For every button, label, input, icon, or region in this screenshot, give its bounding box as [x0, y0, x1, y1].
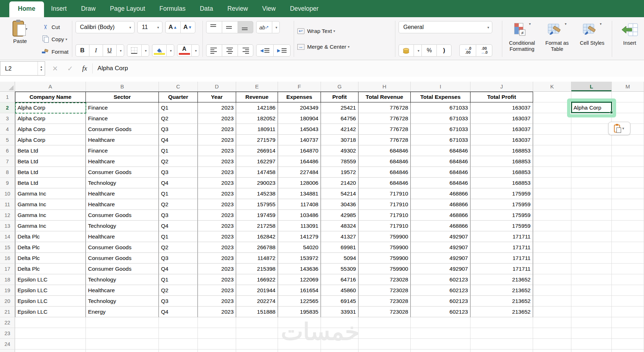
- cell-C17[interactable]: Q4: [159, 264, 198, 274]
- cell-J5[interactable]: 163037: [470, 135, 533, 145]
- cell-G9[interactable]: 21420: [321, 178, 358, 188]
- tab-page-layout[interactable]: Page Layout: [103, 1, 152, 17]
- cell-C11[interactable]: Q2: [159, 199, 198, 210]
- tab-developer[interactable]: Developer: [283, 1, 326, 17]
- conditional-formatting-button[interactable]: ≠▾ Conditional Formatting: [506, 20, 538, 58]
- cell-H4[interactable]: 776728: [358, 124, 411, 135]
- column-header-K[interactable]: K: [533, 82, 571, 92]
- cell-C15[interactable]: Q2: [159, 242, 198, 253]
- cell-D1[interactable]: Year: [198, 92, 236, 102]
- cell-E11[interactable]: 157955: [236, 199, 278, 210]
- tab-data[interactable]: Data: [192, 1, 220, 17]
- cell-F11[interactable]: 117408: [278, 199, 321, 210]
- cell-J8[interactable]: 168853: [470, 167, 533, 178]
- row-header-25[interactable]: 25: [0, 349, 15, 352]
- row-header-1[interactable]: 1: [0, 92, 15, 102]
- cell-J9[interactable]: 168853: [470, 178, 533, 188]
- cell-M1[interactable]: [612, 92, 644, 102]
- cell-styles-button[interactable]: ▾ Cell Styles: [576, 20, 609, 58]
- underline-dropdown-button[interactable]: ▾: [116, 44, 124, 57]
- cell-D15[interactable]: 2023: [198, 242, 236, 253]
- cell-F1[interactable]: Expenses: [278, 92, 321, 102]
- cell-D23[interactable]: [198, 328, 236, 339]
- cell-A5[interactable]: Alpha Corp: [15, 135, 86, 145]
- increase-indent-button[interactable]: ▶: [273, 44, 291, 57]
- cell-F19[interactable]: 161654: [278, 285, 321, 296]
- cell-H21[interactable]: 723028: [358, 307, 411, 317]
- cell-D13[interactable]: 2023: [198, 221, 236, 231]
- cell-G1[interactable]: Profit: [321, 92, 358, 102]
- cell-C19[interactable]: Q2: [159, 285, 198, 296]
- cell-K6[interactable]: [533, 145, 571, 156]
- cell-L16[interactable]: [571, 253, 612, 264]
- accounting-dropdown-button[interactable]: ▾: [414, 44, 421, 57]
- cell-A21[interactable]: Epsilon LLC: [15, 307, 86, 317]
- cell-E21[interactable]: 151888: [236, 307, 278, 317]
- cell-L3[interactable]: [571, 113, 612, 124]
- cell-E4[interactable]: 180911: [236, 124, 278, 135]
- cell-D18[interactable]: 2023: [198, 274, 236, 285]
- cell-D9[interactable]: 2023: [198, 178, 236, 188]
- tab-home[interactable]: Home: [9, 1, 44, 17]
- cell-C4[interactable]: Q3: [159, 124, 198, 135]
- cell-J4[interactable]: 163037: [470, 124, 533, 135]
- cell-I7[interactable]: 684846: [411, 156, 470, 167]
- cell-B23[interactable]: [86, 328, 159, 339]
- cell-B13[interactable]: Technology: [86, 221, 159, 231]
- cell-K12[interactable]: [533, 210, 571, 221]
- align-center-button[interactable]: [222, 44, 238, 57]
- cell-H6[interactable]: 684846: [358, 145, 411, 156]
- cell-B25[interactable]: [86, 349, 159, 352]
- column-header-D[interactable]: D: [198, 82, 236, 92]
- cell-H20[interactable]: 723028: [358, 296, 411, 307]
- cell-E25[interactable]: [236, 349, 278, 352]
- enter-icon[interactable]: ✓: [67, 64, 73, 73]
- cell-E13[interactable]: 217258: [236, 221, 278, 231]
- cell-M10[interactable]: [612, 188, 644, 199]
- cell-F7[interactable]: 164486: [278, 156, 321, 167]
- column-header-L[interactable]: L: [571, 82, 612, 92]
- cell-F3[interactable]: 180904: [278, 113, 321, 124]
- cell-A4[interactable]: Alpha Corp: [15, 124, 86, 135]
- row-header-18[interactable]: 18: [0, 274, 15, 285]
- cell-H19[interactable]: 723028: [358, 285, 411, 296]
- cell-L13[interactable]: [571, 221, 612, 231]
- select-all-corner[interactable]: [0, 82, 15, 92]
- cell-F14[interactable]: 141279: [278, 231, 321, 242]
- cell-G13[interactable]: 48324: [321, 221, 358, 231]
- cell-D22[interactable]: [198, 317, 236, 328]
- cell-I13[interactable]: 468866: [411, 221, 470, 231]
- cell-M22[interactable]: [612, 317, 644, 328]
- cell-B5[interactable]: Healthcare: [86, 135, 159, 145]
- cell-C23[interactable]: [159, 328, 198, 339]
- cell-I19[interactable]: 602123: [411, 285, 470, 296]
- cell-A11[interactable]: Gamma Inc: [15, 199, 86, 210]
- cell-E24[interactable]: [236, 339, 278, 349]
- cell-G6[interactable]: 49302: [321, 145, 358, 156]
- cell-C20[interactable]: Q3: [159, 296, 198, 307]
- cell-A12[interactable]: Gamma Inc: [15, 210, 86, 221]
- cell-C7[interactable]: Q2: [159, 156, 198, 167]
- cell-L9[interactable]: [571, 178, 612, 188]
- cell-K13[interactable]: [533, 221, 571, 231]
- cell-C14[interactable]: Q1: [159, 231, 198, 242]
- comma-style-button[interactable]: ): [436, 44, 452, 57]
- cell-L10[interactable]: [571, 188, 612, 199]
- merge-center-button[interactable]: ↔Merge & Center▾: [297, 42, 392, 52]
- cell-J18[interactable]: 213652: [470, 274, 533, 285]
- cell-F20[interactable]: 122565: [278, 296, 321, 307]
- cell-F24[interactable]: [278, 339, 321, 349]
- cell-B15[interactable]: Consumer Goods: [86, 242, 159, 253]
- cell-I22[interactable]: [411, 317, 470, 328]
- cell-D7[interactable]: 2023: [198, 156, 236, 167]
- column-header-H[interactable]: H: [358, 82, 411, 92]
- cell-A2[interactable]: Alpha Corp: [15, 102, 86, 113]
- cell-E15[interactable]: 266788: [236, 242, 278, 253]
- cell-K14[interactable]: [533, 231, 571, 242]
- cell-K1[interactable]: [533, 92, 571, 102]
- cell-K4[interactable]: [533, 124, 571, 135]
- tab-insert[interactable]: Insert: [44, 1, 74, 17]
- row-header-5[interactable]: 5: [0, 135, 15, 145]
- format-as-table-button[interactable]: ▾ Format as Table: [541, 20, 574, 58]
- cell-B22[interactable]: [86, 317, 159, 328]
